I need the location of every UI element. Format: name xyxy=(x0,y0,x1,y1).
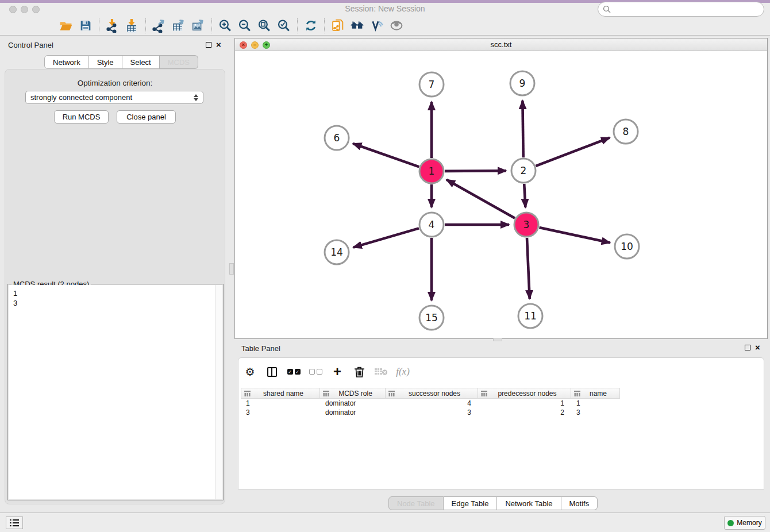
column-header-MCDS-role[interactable]: MCDS role xyxy=(320,388,386,399)
node-9[interactable]: 9 xyxy=(510,71,534,95)
search-input[interactable] xyxy=(598,2,764,17)
node-8[interactable]: 8 xyxy=(614,119,638,144)
node-15[interactable]: 15 xyxy=(419,306,444,330)
edge-2-8[interactable] xyxy=(536,138,610,166)
network-view-window: × − + scc.txt 7968124314101511 xyxy=(234,38,768,339)
tab-select[interactable]: Select xyxy=(122,55,160,69)
table-tab-edge-table[interactable]: Edge Table xyxy=(444,496,498,510)
cell-MCDS-role[interactable]: dominator xyxy=(320,399,386,408)
cell-predecessor-nodes[interactable]: 2 xyxy=(478,408,571,417)
svg-text:10: 10 xyxy=(621,241,633,252)
node-1[interactable]: 1 xyxy=(419,159,444,183)
result-scrollbar[interactable] xyxy=(215,285,222,499)
svg-text:11: 11 xyxy=(524,310,537,322)
table-tab-node-table[interactable]: Node Table xyxy=(388,496,444,510)
node-2[interactable]: 2 xyxy=(511,159,536,183)
task-history-button[interactable] xyxy=(6,516,23,529)
export-network-icon[interactable] xyxy=(149,17,169,34)
hide-analyzer-icon[interactable] xyxy=(367,17,387,34)
criterion-value: strongly connected component xyxy=(30,93,132,102)
vertical-splitter-handle[interactable] xyxy=(229,263,234,275)
edge-1-2[interactable] xyxy=(445,171,506,171)
node-4[interactable]: 4 xyxy=(419,213,444,237)
select-stepper-icon xyxy=(194,94,198,101)
import-network-icon[interactable] xyxy=(103,17,122,34)
mcds-result-area[interactable]: 13 xyxy=(9,285,222,499)
column-header-predecessor-nodes[interactable]: predecessor nodes xyxy=(478,388,571,399)
node-14[interactable]: 14 xyxy=(325,240,349,264)
optimization-criterion-label: Optimization criterion: xyxy=(0,79,230,87)
node-6[interactable]: 6 xyxy=(325,126,349,150)
cell-successor-nodes[interactable]: 3 xyxy=(386,408,478,417)
column-header-name[interactable]: name xyxy=(571,388,620,399)
column-header-successor-nodes[interactable]: successor nodes xyxy=(386,388,478,399)
criterion-select[interactable]: strongly connected component xyxy=(25,91,203,104)
mcds-result-node: 3 xyxy=(13,298,222,308)
export-table-icon[interactable] xyxy=(169,17,188,34)
show-columns-icon[interactable] xyxy=(265,364,279,379)
export-image-icon[interactable] xyxy=(188,17,208,34)
table-tab-network-table[interactable]: Network Table xyxy=(497,496,561,510)
column-header-shared-name[interactable]: shared name xyxy=(241,388,320,399)
horizontal-splitter-handle[interactable] xyxy=(493,338,502,341)
node-3[interactable]: 3 xyxy=(514,213,538,237)
search-icon xyxy=(603,5,611,14)
toolbar-separator xyxy=(297,18,298,33)
save-session-icon[interactable] xyxy=(76,17,95,34)
cell-MCDS-role[interactable]: dominator xyxy=(320,408,386,417)
edge-3-11[interactable] xyxy=(527,238,530,299)
tab-style[interactable]: Style xyxy=(89,55,122,69)
edge-3-10[interactable] xyxy=(540,228,610,243)
run-mcds-button[interactable]: Run MCDS xyxy=(54,110,109,124)
node-11[interactable]: 11 xyxy=(518,304,542,328)
open-file-icon[interactable] xyxy=(56,17,76,34)
zoom-selected-icon[interactable] xyxy=(274,17,294,34)
node-table-card: ⚙✓✓+f(x) shared nameMCDS rolesuccessor n… xyxy=(238,357,764,489)
cell-name[interactable]: 3 xyxy=(571,408,620,417)
edge-3-1[interactable] xyxy=(446,180,515,218)
table-panel-close-icon[interactable]: × xyxy=(755,345,760,350)
edge-4-14[interactable] xyxy=(353,228,419,247)
cell-name[interactable]: 1 xyxy=(571,399,620,408)
select-all-columns-icon[interactable]: ✓✓ xyxy=(287,364,301,379)
tab-mcds[interactable]: MCDS xyxy=(160,55,198,69)
memory-button[interactable]: Memory xyxy=(724,516,765,530)
cell-successor-nodes[interactable]: 4 xyxy=(386,399,478,408)
node-10[interactable]: 10 xyxy=(615,234,639,259)
deselect-all-columns-icon[interactable] xyxy=(309,364,322,379)
table-header-row: shared nameMCDS rolesuccessor nodesprede… xyxy=(241,388,761,399)
table-tab-motifs[interactable]: Motifs xyxy=(561,496,598,510)
control-panel-float-icon[interactable] xyxy=(206,42,211,48)
copy-network-document-icon[interactable] xyxy=(328,17,348,34)
table-panel-float-icon[interactable] xyxy=(745,345,750,350)
import-table-icon[interactable] xyxy=(122,17,142,34)
toolbar-separator xyxy=(145,18,146,33)
edge-1-6[interactable] xyxy=(353,144,419,167)
toolbar-separator xyxy=(99,18,99,33)
table-row[interactable]: 1dominator411 xyxy=(241,399,761,408)
table-row[interactable]: 3dominator323 xyxy=(241,408,761,417)
control-panel-close-icon[interactable]: × xyxy=(216,42,221,48)
cell-predecessor-nodes[interactable]: 1 xyxy=(478,399,571,408)
node-7[interactable]: 7 xyxy=(419,72,444,97)
cell-shared-name[interactable]: 1 xyxy=(241,399,320,408)
refresh-view-icon[interactable] xyxy=(301,17,321,34)
home-pair-icon[interactable] xyxy=(348,17,367,34)
zoom-in-icon[interactable] xyxy=(215,17,235,34)
zoom-out-icon[interactable] xyxy=(235,17,255,34)
cell-shared-name[interactable]: 3 xyxy=(241,408,320,417)
tab-network[interactable]: Network xyxy=(44,55,89,69)
edge-2-9[interactable] xyxy=(522,101,523,157)
delete-columns-icon[interactable] xyxy=(352,364,366,379)
edge-2-3[interactable] xyxy=(524,184,525,207)
network-window-titlebar[interactable]: × − + scc.txt xyxy=(235,38,767,51)
preview-eye-icon[interactable] xyxy=(387,17,406,34)
close-panel-button[interactable]: Close panel xyxy=(117,110,176,124)
zoom-fit-icon[interactable] xyxy=(255,17,274,34)
table-panel-title: Table Panel xyxy=(241,344,280,353)
table-settings-gear-icon[interactable]: ⚙ xyxy=(243,364,257,379)
network-graph-canvas[interactable]: 7968124314101511 xyxy=(235,51,767,338)
search-field[interactable] xyxy=(611,5,755,14)
svg-text:14: 14 xyxy=(330,246,343,258)
add-column-icon[interactable]: + xyxy=(330,364,344,379)
